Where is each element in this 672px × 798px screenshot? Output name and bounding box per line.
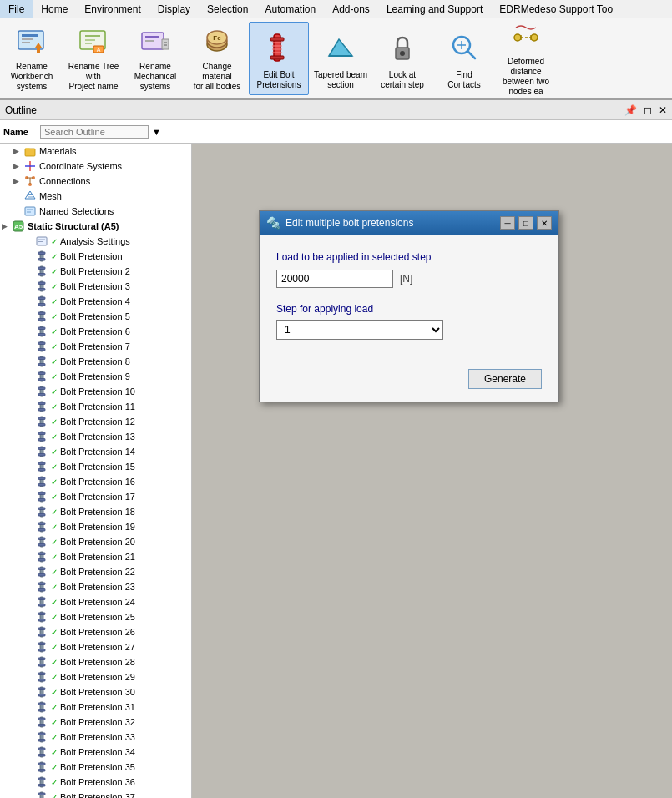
svg-rect-159 (38, 748, 45, 750)
svg-rect-156 (38, 733, 45, 735)
tree-item-coord-systems[interactable]: ▶Coordinate Systems (0, 159, 191, 174)
rename-workbench-button[interactable]: Rename Workbenchsystems (2, 22, 62, 95)
tree-item-bolt-17[interactable]: ✓Bolt Pretension 17 (0, 489, 191, 504)
find-contacts-button[interactable]: FindContacts (434, 22, 494, 95)
tree-item-bolt-5[interactable]: ✓Bolt Pretension 5 (0, 309, 191, 324)
tree-item-bolt-36[interactable]: ✓Bolt Pretension 36 (0, 775, 191, 790)
tree-item-bolt-13[interactable]: ✓Bolt Pretension 13 (0, 429, 191, 444)
tree-item-bolt-20[interactable]: ✓Bolt Pretension 20 (0, 534, 191, 549)
svg-rect-150 (38, 703, 45, 705)
svg-rect-147 (38, 688, 45, 690)
search-dropdown-icon[interactable]: ▼ (152, 127, 161, 137)
tree-item-bolt-21[interactable]: ✓Bolt Pretension 21 (0, 549, 191, 564)
tree-item-label-connections: Connections (39, 176, 90, 186)
tree-item-bolt-33[interactable]: ✓Bolt Pretension 33 (0, 730, 191, 745)
tree-item-bolt-6[interactable]: ✓Bolt Pretension 6 (0, 324, 191, 339)
tree-item-analysis-settings[interactable]: ✓Analysis Settings (0, 234, 191, 249)
tree-item-static-structural[interactable]: ▶A5Static Structural (A5) (0, 219, 191, 234)
search-input[interactable] (40, 125, 149, 139)
tree-item-bolt-14[interactable]: ✓Bolt Pretension 14 (0, 444, 191, 459)
named-sel-icon (23, 205, 37, 218)
rename-workbench-icon (12, 26, 52, 59)
step-select[interactable]: 1 (276, 320, 443, 340)
tree-item-bolt-34[interactable]: ✓Bolt Pretension 34 (0, 745, 191, 760)
deformed-distance-button[interactable]: Deformed distancebetween two nodes ea (496, 22, 556, 95)
dialog-maximize-button[interactable]: □ (518, 216, 533, 230)
rename-tree-button[interactable]: A Rename Tree withProject name (63, 22, 124, 95)
edit-bolt-button[interactable]: Edit BoltPretensions (249, 22, 309, 95)
outline-expand-icon[interactable]: ◻ (644, 104, 652, 116)
rename-mechanical-label: Rename Mechanicalsystems (128, 62, 183, 92)
bolt-icon (35, 340, 48, 353)
tapered-beam-button[interactable]: Tapered beamsection (311, 22, 371, 95)
menu-environment[interactable]: Environment (76, 0, 149, 18)
tree-item-label-bolt-1: Bolt Pretension (60, 251, 123, 261)
bolt-icon (35, 655, 48, 669)
lock-step-button[interactable]: Lock atcertain step (372, 22, 432, 95)
menu-edr[interactable]: EDRMedeso Support Too (491, 0, 621, 18)
tree-item-bolt-35[interactable]: ✓Bolt Pretension 35 (0, 760, 191, 775)
tree-item-bolt-26[interactable]: ✓Bolt Pretension 26 (0, 624, 191, 639)
tree-item-bolt-1[interactable]: ✓Bolt Pretension (0, 249, 191, 264)
tree-item-bolt-22[interactable]: ✓Bolt Pretension 22 (0, 564, 191, 579)
tree-item-bolt-25[interactable]: ✓Bolt Pretension 25 (0, 609, 191, 624)
tree-item-bolt-9[interactable]: ✓Bolt Pretension 9 (0, 369, 191, 384)
tree-item-bolt-16[interactable]: ✓Bolt Pretension 16 (0, 474, 191, 489)
tree-item-bolt-28[interactable]: ✓Bolt Pretension 28 (0, 654, 191, 669)
outline-controls: 📌 ◻ ✕ (624, 104, 667, 116)
change-material-button[interactable]: Fe Change materialfor all bodies (187, 22, 247, 95)
menu-learning[interactable]: Learning and Support (378, 0, 491, 18)
svg-rect-108 (38, 492, 45, 495)
outline-close-icon[interactable]: ✕ (659, 104, 667, 116)
tree-item-label-bolt-13: Bolt Pretension 13 (60, 432, 135, 442)
tree-item-bolt-8[interactable]: ✓Bolt Pretension 8 (0, 354, 191, 369)
svg-rect-135 (38, 628, 45, 630)
load-value-input[interactable] (276, 270, 393, 288)
svg-rect-1 (22, 34, 38, 37)
bolt-icon (35, 385, 48, 398)
deformed-distance-icon (506, 21, 546, 54)
tree-item-connections[interactable]: ▶Connections (0, 174, 191, 189)
tree-item-bolt-19[interactable]: ✓Bolt Pretension 19 (0, 519, 191, 534)
outline-pin-icon[interactable]: 📌 (624, 104, 637, 116)
menu-automation[interactable]: Automation (256, 0, 324, 18)
bolt-icon (35, 715, 48, 729)
tree-item-bolt-24[interactable]: ✓Bolt Pretension 24 (0, 594, 191, 609)
svg-rect-154 (38, 725, 45, 727)
tree-item-bolt-12[interactable]: ✓Bolt Pretension 12 (0, 414, 191, 429)
tree-item-bolt-3[interactable]: ✓Bolt Pretension 3 (0, 279, 191, 294)
tree-item-bolt-23[interactable]: ✓Bolt Pretension 23 (0, 579, 191, 594)
dialog-close-button[interactable]: ✕ (537, 216, 552, 230)
tree-item-bolt-31[interactable]: ✓Bolt Pretension 31 (0, 700, 191, 715)
tree-item-bolt-15[interactable]: ✓Bolt Pretension 15 (0, 459, 191, 474)
tree-item-bolt-11[interactable]: ✓Bolt Pretension 11 (0, 399, 191, 414)
bolt-icon (35, 475, 48, 488)
menu-display[interactable]: Display (149, 0, 199, 18)
menu-addons[interactable]: Add-ons (324, 0, 378, 18)
tree-item-bolt-30[interactable]: ✓Bolt Pretension 30 (0, 684, 191, 700)
svg-rect-40 (25, 149, 35, 156)
dialog-minimize-button[interactable]: ─ (500, 216, 515, 230)
tree-item-label-bolt-4: Bolt Pretension 4 (60, 296, 130, 306)
tree-item-bolt-18[interactable]: ✓Bolt Pretension 18 (0, 504, 191, 519)
generate-button[interactable]: Generate (468, 369, 542, 389)
tree-item-bolt-29[interactable]: ✓Bolt Pretension 29 (0, 669, 191, 684)
tree-item-bolt-2[interactable]: ✓Bolt Pretension 2 (0, 264, 191, 279)
tree-item-materials[interactable]: ▶Materials (0, 144, 191, 159)
tree-item-label-materials: Materials (39, 146, 77, 156)
tree-item-bolt-4[interactable]: ✓Bolt Pretension 4 (0, 294, 191, 309)
svg-rect-138 (38, 643, 45, 645)
menu-file[interactable]: File (0, 0, 33, 18)
tree-item-bolt-32[interactable]: ✓Bolt Pretension 32 (0, 715, 191, 730)
tree-item-mesh[interactable]: Mesh (0, 189, 191, 204)
menu-home[interactable]: Home (33, 0, 76, 18)
tree-item-bolt-7[interactable]: ✓Bolt Pretension 7 (0, 339, 191, 354)
menu-selection[interactable]: Selection (199, 0, 256, 18)
tree-item-bolt-10[interactable]: ✓Bolt Pretension 10 (0, 384, 191, 399)
rename-mechanical-button[interactable]: Rename Mechanicalsystems (125, 22, 185, 95)
tree-item-bolt-37[interactable]: ✓Bolt Pretension 37 (0, 790, 191, 798)
tree-item-named-selections[interactable]: Named Selections (0, 204, 191, 219)
analysis-icon (35, 235, 48, 248)
tree-item-label-bolt-37: Bolt Pretension 37 (60, 792, 135, 798)
tree-item-bolt-27[interactable]: ✓Bolt Pretension 27 (0, 639, 191, 654)
